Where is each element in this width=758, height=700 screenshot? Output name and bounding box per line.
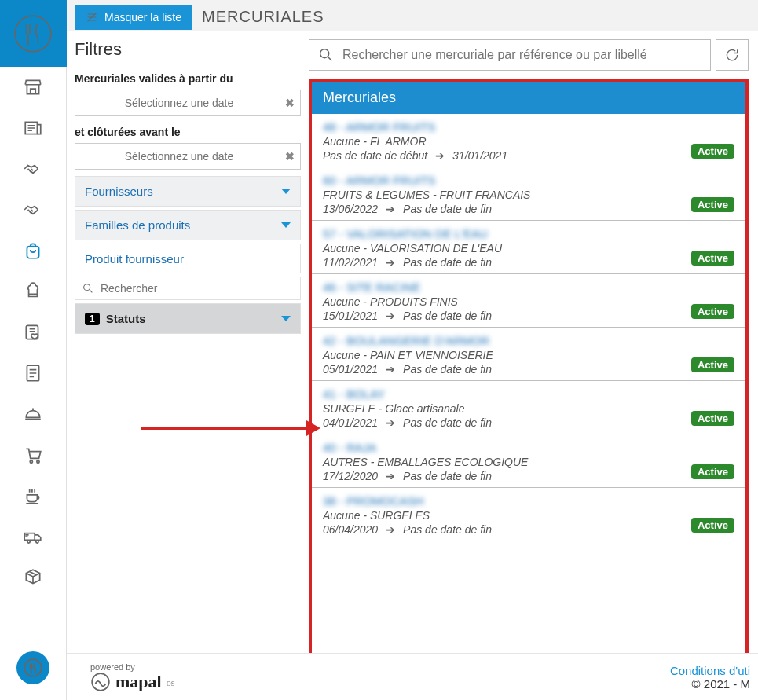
svg-point-6 [37, 460, 39, 463]
filter-families-label: Familles de produits [85, 218, 190, 232]
supplier-product-search-input[interactable] [101, 282, 294, 295]
filters-panel: Filtres Mercuriales valides à partir du … [67, 31, 309, 700]
nav-store-icon[interactable] [0, 67, 66, 108]
powered-by-label: powered by [90, 662, 174, 672]
powered-by: powered by mapalos [90, 662, 174, 692]
nav-dish-icon[interactable] [0, 394, 66, 434]
svg-point-5 [30, 460, 32, 463]
list-item[interactable]: 42 - BOULANGERIE D'ARMORAucune - PAIN ET… [312, 328, 745, 381]
status-badge: Active [691, 197, 734, 212]
clear-closed-before-icon[interactable]: ✖ [285, 150, 295, 163]
item-title: 42 - BOULANGERIE D'ARMOR [323, 334, 734, 347]
topbar: Masquer la liste MERCURIALES [67, 0, 758, 31]
item-subtitle: AUTRES - EMBALLAGES ECOLOGIQUE [323, 456, 734, 468]
filter-status[interactable]: 1 Statuts [75, 303, 301, 334]
hide-list-label: Masquer la liste [104, 11, 181, 24]
item-subtitle: Aucune - FL ARMOR [323, 135, 734, 148]
filters-heading: Filtres [75, 39, 301, 60]
brand-name: mapal [115, 672, 162, 692]
item-dates: Pas de date de début➔31/01/2021 [323, 149, 734, 162]
svg-point-12 [320, 49, 329, 58]
item-title: 57 - VALORISATION DE L'EAU [323, 227, 734, 240]
item-subtitle: SURGELE - Glace artisanale [323, 402, 734, 415]
list-panel: Mercuriales 48 - ARMOR FRUITSAucune - FL… [309, 31, 758, 700]
closed-before-label: et clôturées avant le [75, 126, 301, 138]
svg-point-10 [24, 659, 42, 676]
refresh-button[interactable] [716, 39, 749, 71]
main-search[interactable] [309, 39, 711, 71]
status-badge: Active [691, 144, 734, 159]
filter-families[interactable]: Familles de produits [75, 210, 301, 240]
nav-bag-icon[interactable] [0, 230, 66, 271]
item-dates: 05/01/2021➔Pas de date de fin [323, 363, 734, 376]
status-badge: Active [691, 464, 734, 479]
svg-point-8 [27, 541, 30, 543]
chevron-down-icon [281, 222, 291, 228]
item-title: 48 - ARMOR FRUITS [323, 120, 734, 134]
item-dates: 17/12/2020➔Pas de date de fin [323, 470, 734, 482]
item-subtitle: FRUITS & LEGUMES - FRUIT FRANCAIS [323, 189, 734, 201]
status-badge: Active [691, 357, 734, 372]
nav-coffee-icon[interactable] [0, 475, 66, 516]
svg-point-0 [15, 16, 51, 52]
list-item[interactable]: 57 - VALORISATION DE L'EAUAucune - VALOR… [312, 221, 745, 274]
nav-package-icon[interactable] [0, 557, 66, 598]
item-subtitle: Aucune - PRODUITS FINIS [323, 295, 734, 308]
list-body[interactable]: 48 - ARMOR FRUITSAucune - FL ARMORPas de… [312, 114, 745, 697]
item-subtitle: Aucune - SURGELES [323, 509, 734, 522]
brand-suffix: os [167, 677, 175, 689]
item-dates: 06/04/2020➔Pas de date de fin [323, 523, 734, 536]
status-badge: Active [691, 518, 734, 533]
list-item[interactable]: 38 - PROMOCASHAucune - SURGELES06/04/202… [312, 488, 745, 541]
nav-heart-list-icon[interactable] [0, 312, 66, 353]
copyright: © 2021 - M [692, 677, 750, 691]
item-title: 41 - BOLAY [323, 387, 734, 401]
clear-valid-from-icon[interactable]: ✖ [285, 97, 295, 109]
status-badge: Active [691, 411, 734, 426]
chevron-down-icon [281, 189, 291, 194]
list-item[interactable]: 60 - ARMOR FRUITSFRUITS & LEGUMES - FRUI… [312, 167, 745, 221]
item-dates: 13/06/2022➔Pas de date de fin [323, 203, 734, 215]
nav-handshake-icon[interactable] [0, 148, 66, 189]
hide-list-button[interactable]: Masquer la liste [75, 5, 192, 30]
status-count-badge: 1 [85, 313, 100, 325]
item-title: 46 - SITE RACINE [323, 280, 734, 294]
filter-suppliers[interactable]: Fournisseurs [75, 176, 301, 207]
page-title: MERCURIALES [202, 8, 324, 26]
nav-document-icon[interactable] [0, 353, 66, 394]
item-dates: 04/01/2021➔Pas de date de fin [323, 416, 734, 429]
list-item[interactable]: 41 - BOLAYSURGELE - Glace artisanale04/0… [312, 381, 745, 434]
list-header: Mercuriales [312, 82, 745, 114]
filter-suppliers-label: Fournisseurs [85, 185, 153, 198]
nav-cart-icon[interactable] [0, 434, 66, 475]
nav-truck-icon[interactable] [0, 516, 66, 557]
status-badge: Active [691, 251, 734, 266]
supplier-product-search[interactable] [75, 277, 301, 300]
chevron-down-icon [281, 316, 291, 321]
item-dates: 11/02/2021➔Pas de date de fin [323, 256, 734, 269]
svg-point-11 [84, 284, 90, 291]
app-logo[interactable] [0, 0, 67, 67]
item-dates: 15/01/2021➔Pas de date de fin [323, 310, 734, 322]
list-item[interactable]: 40 - RAJAAUTRES - EMBALLAGES ECOLOGIQUE1… [312, 434, 745, 488]
item-title: 60 - ARMOR FRUITS [323, 174, 734, 187]
filter-status-label: Statuts [106, 312, 146, 325]
item-subtitle: Aucune - VALORISATION DE L'EAU [323, 242, 734, 255]
nav-chef-icon[interactable] [0, 271, 66, 312]
valid-from-label: Mercuriales valides à partir du [75, 72, 301, 85]
main-search-input[interactable] [342, 48, 702, 62]
svg-point-9 [36, 541, 38, 543]
valid-from-input[interactable] [75, 90, 301, 116]
svg-point-15 [92, 673, 109, 691]
left-sidebar [0, 0, 67, 700]
list-item[interactable]: 46 - SITE RACINEAucune - PRODUITS FINIS1… [312, 274, 745, 328]
nav-handshake2-icon[interactable] [0, 189, 66, 230]
list-item[interactable]: 48 - ARMOR FRUITSAucune - FL ARMORPas de… [312, 114, 745, 167]
closed-before-input[interactable] [75, 143, 301, 170]
footer: powered by mapalos Conditions d'uti © 20… [67, 653, 758, 700]
bottom-logo-icon[interactable] [16, 651, 49, 684]
item-subtitle: Aucune - PAIN ET VIENNOISERIE [323, 349, 734, 361]
nav-news-icon[interactable] [0, 108, 66, 148]
conditions-link[interactable]: Conditions d'uti [670, 664, 750, 677]
item-title: 40 - RAJA [323, 441, 734, 454]
